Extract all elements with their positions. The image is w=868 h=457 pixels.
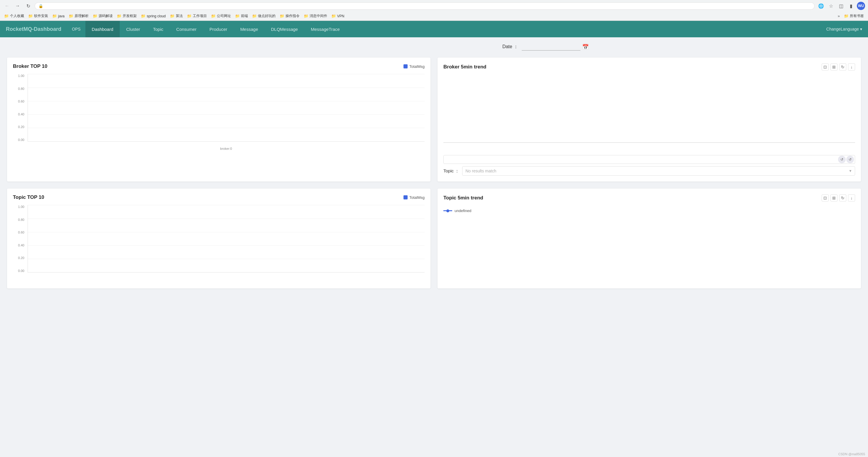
browser-chrome: ← → ↻ 🔒 localhost:8180/#/ 🌐 ☆ ◫ ▮ WU 📁 个…	[0, 0, 868, 21]
broker-trend-title: Broker 5min trend	[443, 64, 486, 70]
bookmark-personal[interactable]: 📁 个人收藏	[2, 12, 26, 19]
bookmark-mq[interactable]: 📁 消息中间件	[302, 12, 329, 19]
topic-y-100: 1.00	[13, 205, 26, 208]
folder-icon: 📁	[211, 14, 216, 18]
nav-producer[interactable]: Producer	[203, 21, 234, 37]
reload-button[interactable]: ↻	[24, 2, 32, 10]
bookmark-company[interactable]: 📁 公司网址	[209, 12, 233, 19]
topic-download-icon[interactable]: ↓	[848, 194, 855, 201]
topic-top10-legend: TotalMsg	[403, 195, 425, 200]
folder-icon: 📁	[304, 14, 308, 18]
topic-trend-chart: undefined	[443, 206, 855, 283]
bookmark-commands[interactable]: 📁 操作指令	[278, 12, 301, 19]
topic-top10-card: Topic TOP 10 TotalMsg 1.00 0.80 0.60 0.4…	[7, 189, 431, 288]
x-label-broker: broker:0	[220, 147, 232, 150]
download-icon[interactable]: ↓	[848, 63, 855, 70]
folder-icon: 📁	[187, 14, 192, 18]
split-view-button[interactable]: ▮	[847, 2, 855, 10]
nav-dashboard[interactable]: Dashboard	[85, 21, 120, 37]
bookmark-source[interactable]: 📁 源码解读	[91, 12, 115, 19]
nav-topic[interactable]: Topic	[147, 21, 170, 37]
nav-message[interactable]: Message	[234, 21, 265, 37]
calendar-icon[interactable]: 📅	[582, 44, 589, 50]
bookmark-devframework[interactable]: 📁 开发框架	[115, 12, 138, 19]
topic-top10-chart: 1.00 0.80 0.60 0.40 0.20 0.00	[13, 205, 425, 281]
bookmark-button[interactable]: ☆	[827, 2, 835, 10]
topic-y-0: 0.00	[13, 269, 26, 273]
topic-trend-legend: undefined	[443, 206, 855, 215]
broker-trend-card: Broker 5min trend ⊡ ⊞ ↻ ↓ ↺	[437, 58, 861, 181]
topic-selector: ↺ ↺	[443, 155, 855, 164]
y-label-20: 0.20	[13, 125, 26, 128]
topic-grid-20	[28, 219, 425, 219]
folder-icon: 📁	[28, 14, 33, 18]
topic-select[interactable]: No results match	[462, 166, 855, 176]
ops-label: OPS	[67, 27, 85, 31]
folder-icon: 📁	[4, 14, 9, 18]
topic-y-40: 0.40	[13, 244, 26, 247]
nav-consumer[interactable]: Consumer	[170, 21, 203, 37]
forward-button[interactable]: →	[13, 2, 22, 10]
url-input[interactable]: localhost:8180/#/	[45, 4, 811, 8]
topic-expand-icon[interactable]: ⊞	[831, 194, 837, 201]
search-clear-button[interactable]: ↺	[838, 156, 846, 163]
bookmarks-more[interactable]: »	[836, 13, 842, 19]
topic-selector-label: Topic ：	[443, 168, 459, 174]
y-axis: 1.00 0.80 0.60 0.40 0.20 0.00	[13, 74, 26, 142]
search-submit-button[interactable]: ↺	[846, 156, 854, 163]
chart-plot-area	[28, 74, 425, 142]
browser-toolbar: ← → ↻ 🔒 localhost:8180/#/ 🌐 ☆ ◫ ▮ WU	[0, 0, 868, 12]
topic-trend-legend-label: undefined	[455, 208, 471, 213]
nav-cluster[interactable]: Cluster	[120, 21, 147, 37]
page-footer: CSDN @ma85055	[838, 452, 865, 456]
bookmark-principles[interactable]: 📁 原理解析	[67, 12, 90, 19]
bookmark-fun[interactable]: 📁 做点好玩的	[250, 12, 277, 19]
bookmark-algorithm[interactable]: 📁 算法	[168, 12, 185, 19]
topic-chart-plot	[28, 205, 425, 273]
change-language-button[interactable]: ChangeLanguage ▾	[820, 27, 868, 31]
y-label-0: 0.00	[13, 138, 26, 142]
topic-refresh-icon[interactable]: ↻	[839, 194, 846, 201]
topic-legend-label: TotalMsg	[409, 195, 425, 200]
topic-input-wrap: ↺ ↺	[443, 155, 855, 164]
y-label-100: 1.00	[13, 74, 26, 78]
user-avatar[interactable]: WU	[857, 2, 865, 10]
expand-icon[interactable]: ⊞	[831, 63, 837, 70]
bookmark-frontend[interactable]: 📁 前端	[233, 12, 250, 19]
bookmark-java[interactable]: 📁 java	[51, 13, 66, 19]
topic-search-btns: ↺ ↺	[838, 156, 854, 163]
y-label-60: 0.60	[13, 99, 26, 103]
chart-actions: ⊡ ⊞ ↻ ↓	[822, 63, 855, 70]
bookmark-all[interactable]: 📁 所有书签	[842, 12, 866, 19]
y-label-40: 0.40	[13, 113, 26, 116]
topic-resize-icon[interactable]: ⊡	[822, 194, 829, 201]
topic-grid-80	[28, 259, 425, 259]
nav-dlqmessage[interactable]: DLQMessage	[265, 21, 305, 37]
y-label-80: 0.80	[13, 87, 26, 90]
browser-actions: 🌐 ☆ ◫ ▮ WU	[817, 2, 865, 10]
topic-y-axis: 1.00 0.80 0.60 0.40 0.20 0.00	[13, 205, 26, 273]
x-axis-labels: broker:0	[28, 147, 425, 150]
translate-button[interactable]: 🌐	[817, 2, 825, 10]
resize-icon[interactable]: ⊡	[822, 63, 829, 70]
bookmark-springcloud[interactable]: 📁 spring cloud	[139, 13, 167, 19]
date-input-wrap: 📅	[522, 43, 589, 51]
nav-messagetrace[interactable]: MessageTrace	[304, 21, 346, 37]
legend-label: TotalMsg	[409, 64, 425, 69]
refresh-icon[interactable]: ↻	[839, 63, 846, 70]
topic-chart-actions: ⊡ ⊞ ↻ ↓	[822, 194, 855, 201]
lock-icon: 🔒	[38, 4, 43, 8]
footer-hint: CSDN @ma85055	[838, 452, 865, 456]
back-button[interactable]: ←	[3, 2, 11, 10]
extensions-button[interactable]: ◫	[837, 2, 845, 10]
topic-search-input[interactable]	[443, 155, 855, 164]
folder-icon: 📁	[141, 14, 146, 18]
date-input[interactable]	[522, 43, 581, 51]
bookmark-vpn[interactable]: 📁 VPN	[330, 13, 346, 19]
folder-icon: 📁	[117, 14, 122, 18]
broker-top10-card: Broker TOP 10 TotalMsg 1.00 0.80 0.60 0.…	[7, 58, 431, 181]
bookmark-software[interactable]: 📁 软件安装	[26, 12, 50, 19]
folder-icon: 📁	[170, 14, 175, 18]
bookmark-workproject[interactable]: 📁 工作项目	[185, 12, 209, 19]
folder-icon: 📁	[235, 14, 240, 18]
